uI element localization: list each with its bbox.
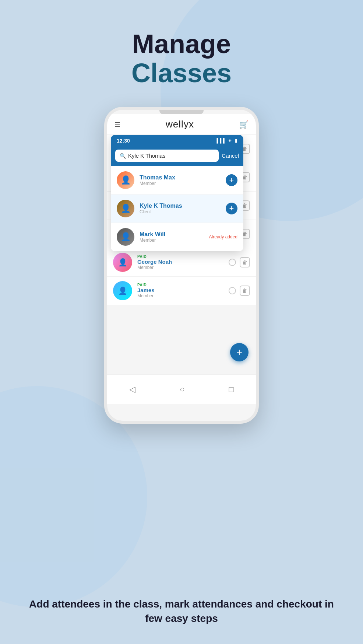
search-result-role: Client: [140, 209, 226, 214]
add-thomas-button[interactable]: +: [226, 174, 237, 186]
cart-icon[interactable]: 🛒: [239, 120, 249, 129]
fab-add-button[interactable]: +: [230, 343, 249, 361]
signal-icon: ▌▌▌: [216, 138, 226, 143]
search-status-bar: 12:30 ▌▌▌ ᯤ ▮: [111, 135, 243, 147]
hamburger-icon[interactable]: ☰: [114, 120, 120, 129]
search-bar: 🔍 Kyle K Thomas Cancel: [111, 147, 243, 166]
status-time: 12:30: [117, 138, 130, 144]
tagline-text: Add attendees in the class, mark attenda…: [22, 597, 341, 626]
delete-button[interactable]: 🗑: [240, 286, 250, 296]
avatar-mark: 👤: [117, 228, 134, 246]
member-name: George Noah: [137, 259, 229, 265]
search-icon: 🔍: [120, 153, 126, 159]
phone-frame: ☰ wellyx 🛒 🗑: [104, 107, 259, 424]
member-info: PAID George Noah Member: [137, 255, 229, 270]
phone-content: 🗑 ✓ 🗑 🗑: [107, 135, 256, 404]
search-input-wrap[interactable]: 🔍 Kyle K Thomas: [115, 150, 219, 162]
avatar-thomas: 👤: [117, 171, 134, 189]
radio-button[interactable]: [229, 287, 236, 294]
avatar-icon: 👤: [118, 258, 127, 267]
avatar-james: 👤: [113, 281, 132, 300]
recent-button[interactable]: □: [229, 385, 234, 394]
search-result-name: Mark Will: [140, 231, 209, 238]
search-result-role: Member: [140, 238, 209, 243]
avatar-george: 👤: [113, 253, 132, 272]
home-button[interactable]: ○: [180, 385, 184, 394]
back-button[interactable]: ◁: [129, 385, 135, 394]
paid-badge: PAID: [137, 283, 229, 287]
member-info: PAID James Member: [137, 283, 229, 298]
member-name: James: [137, 287, 229, 293]
member-role: Member: [137, 265, 229, 270]
list-item-james: 👤 PAID James Member 🗑: [107, 277, 256, 305]
member-role: Member: [137, 293, 229, 298]
app-logo: wellyx: [166, 119, 194, 130]
search-overlay: 12:30 ▌▌▌ ᯤ ▮ 🔍 Kyle K Thomas Cancel 👤: [111, 135, 243, 251]
add-kyle-button[interactable]: +: [226, 203, 237, 214]
search-result-info: Thomas Max Member: [140, 174, 226, 186]
wifi-icon: ᯤ: [228, 138, 233, 143]
list-item-george: 👤 PAID George Noah Member 🗑: [107, 248, 256, 277]
search-result-name: Thomas Max: [140, 174, 226, 181]
hero-title-manage: Manage: [0, 29, 363, 59]
search-result-info: Kyle K Thomas Client: [140, 203, 226, 214]
status-icons: ▌▌▌ ᯤ ▮: [216, 138, 237, 143]
paid-badge: PAID: [137, 255, 229, 259]
search-result-kyle: 👤 Kyle K Thomas Client +: [111, 195, 243, 223]
hero-title: Manage Classes: [0, 29, 363, 88]
member-actions: 🗑: [229, 257, 250, 267]
radio-button[interactable]: [229, 259, 236, 266]
search-text: Kyle K Thomas: [128, 153, 214, 159]
phone-notch: [159, 110, 204, 114]
avatar-icon: 👤: [118, 286, 127, 295]
bottom-nav: ◁ ○ □: [107, 374, 256, 404]
avatar-kyle: 👤: [117, 200, 134, 217]
delete-button[interactable]: 🗑: [240, 257, 250, 267]
search-result-info: Mark Will Member: [140, 231, 209, 243]
search-result-name: Kyle K Thomas: [140, 203, 226, 209]
tagline: Add attendees in the class, mark attenda…: [0, 597, 363, 626]
cancel-button[interactable]: Cancel: [222, 153, 239, 159]
member-actions: 🗑: [229, 286, 250, 296]
search-result-thomas: 👤 Thomas Max Member +: [111, 166, 243, 195]
search-result-role: Member: [140, 181, 226, 186]
hero-title-classes: Classes: [0, 59, 363, 88]
app-header: ☰ wellyx 🛒: [107, 114, 256, 135]
search-result-mark: 👤 Mark Will Member Already added: [111, 223, 243, 251]
already-added-badge: Already added: [209, 234, 237, 239]
battery-icon: ▮: [235, 138, 237, 143]
